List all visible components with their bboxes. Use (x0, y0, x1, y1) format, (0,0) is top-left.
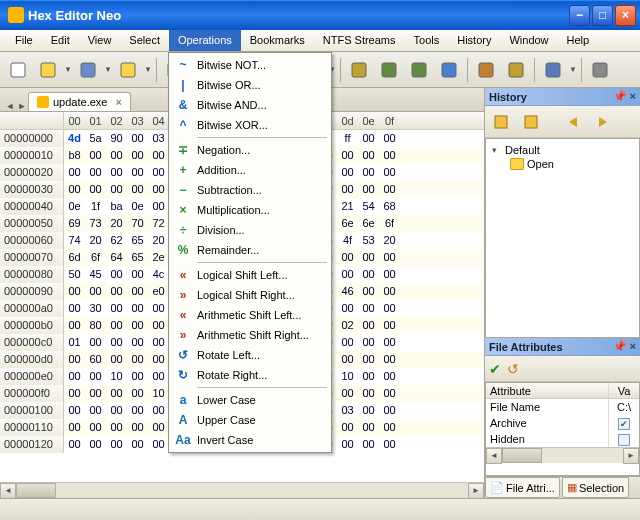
menu-view[interactable]: View (79, 30, 121, 51)
hex-byte[interactable]: 00 (64, 368, 85, 385)
menu-item-subtraction[interactable]: −Subtraction... (171, 180, 329, 200)
encoding-dropdown-arrow[interactable]: ▼ (569, 65, 577, 74)
hex-byte[interactable]: 00 (64, 436, 85, 453)
hex-byte[interactable]: 00 (337, 419, 358, 436)
hex-byte[interactable]: 02 (337, 317, 358, 334)
hex-byte[interactable]: 20 (379, 232, 400, 249)
hex-byte[interactable]: 00 (358, 164, 379, 181)
menu-item-bitwise-xor[interactable]: ^Bitwise XOR... (171, 115, 329, 135)
menu-select[interactable]: Select (120, 30, 169, 51)
hex-byte[interactable]: 00 (358, 402, 379, 419)
hex-byte[interactable]: 00 (64, 300, 85, 317)
revert-icon[interactable]: ↺ (507, 361, 519, 377)
minimize-button[interactable]: − (569, 5, 590, 26)
hex-byte[interactable]: 5a (85, 130, 106, 147)
hex-byte[interactable]: 00 (64, 317, 85, 334)
hex-byte[interactable]: 00 (337, 266, 358, 283)
panel-close-icon[interactable]: × (630, 90, 636, 102)
history-branch-icon[interactable] (517, 108, 545, 136)
hex-byte[interactable]: 00 (127, 266, 148, 283)
hex-byte[interactable]: 00 (358, 249, 379, 266)
hex-byte[interactable]: 4f (337, 232, 358, 249)
hex-byte[interactable]: 00 (379, 334, 400, 351)
menu-item-division[interactable]: ÷Division... (171, 220, 329, 240)
hex-byte[interactable]: 00 (127, 300, 148, 317)
find-prev-button[interactable] (405, 56, 433, 84)
hex-byte[interactable]: 00 (127, 334, 148, 351)
hex-byte[interactable]: 00 (127, 351, 148, 368)
hex-byte[interactable]: 6e (358, 215, 379, 232)
hex-byte[interactable]: 00 (337, 385, 358, 402)
history-redo-icon[interactable] (589, 108, 617, 136)
hex-byte[interactable]: 00 (358, 419, 379, 436)
hex-byte[interactable]: 65 (127, 249, 148, 266)
hex-byte[interactable]: 45 (85, 266, 106, 283)
hex-byte[interactable]: 00 (106, 181, 127, 198)
hex-byte[interactable]: 80 (85, 317, 106, 334)
find-next-button[interactable] (375, 56, 403, 84)
attribute-value[interactable]: ✔ (609, 415, 639, 431)
hex-byte[interactable]: 01 (64, 334, 85, 351)
tree-expand-icon[interactable]: ▾ (492, 145, 502, 155)
hex-byte[interactable]: 10 (106, 368, 127, 385)
attribute-row[interactable]: File NameC:\ (486, 399, 639, 415)
hex-byte[interactable]: 2e (148, 249, 169, 266)
hex-byte[interactable]: 00 (127, 402, 148, 419)
close-button[interactable]: × (615, 5, 636, 26)
hex-byte[interactable]: 00 (64, 283, 85, 300)
attr-scrollbar-horizontal[interactable]: ◄ ► (486, 447, 639, 463)
menu-edit[interactable]: Edit (42, 30, 79, 51)
history-undo-icon[interactable] (559, 108, 587, 136)
hex-byte[interactable]: 00 (127, 368, 148, 385)
hex-byte[interactable]: 00 (379, 402, 400, 419)
hex-byte[interactable]: 62 (106, 232, 127, 249)
save-dropdown-arrow[interactable]: ▼ (104, 65, 112, 74)
hex-byte[interactable]: 68 (379, 198, 400, 215)
menu-ntfs-streams[interactable]: NTFS Streams (314, 30, 405, 51)
hex-byte[interactable]: 00 (127, 419, 148, 436)
hex-byte[interactable]: 00 (106, 402, 127, 419)
hex-byte[interactable]: 4c (148, 266, 169, 283)
menu-help[interactable]: Help (558, 30, 599, 51)
checkbox[interactable] (618, 434, 630, 446)
hex-byte[interactable]: 00 (337, 164, 358, 181)
hex-byte[interactable]: 00 (358, 334, 379, 351)
hex-byte[interactable]: 00 (358, 436, 379, 453)
hex-byte[interactable]: 00 (337, 436, 358, 453)
hex-byte[interactable]: 00 (379, 249, 400, 266)
save-button[interactable] (74, 56, 102, 84)
hex-byte[interactable]: 60 (85, 351, 106, 368)
file-tab[interactable]: update.exe × (28, 92, 131, 111)
hex-byte[interactable]: 00 (106, 317, 127, 334)
hex-byte[interactable]: 74 (64, 232, 85, 249)
hex-byte[interactable]: 00 (85, 147, 106, 164)
menu-item-rotate-right[interactable]: ↻Rotate Right... (171, 365, 329, 385)
settings-button[interactable] (586, 56, 614, 84)
hex-byte[interactable]: 00 (85, 402, 106, 419)
hex-byte[interactable]: 00 (106, 385, 127, 402)
hex-byte[interactable]: 72 (148, 215, 169, 232)
history-root[interactable]: ▾ Default (492, 143, 633, 157)
panel-close-icon[interactable]: × (630, 340, 636, 352)
hex-byte[interactable]: 00 (337, 351, 358, 368)
hex-byte[interactable]: 00 (337, 334, 358, 351)
hex-byte[interactable]: 10 (337, 368, 358, 385)
fill-button[interactable] (502, 56, 530, 84)
new-button[interactable] (4, 56, 32, 84)
hex-byte[interactable]: 20 (85, 232, 106, 249)
scroll-right-button[interactable]: ► (468, 483, 484, 498)
attribute-row[interactable]: Hidden (486, 431, 639, 447)
hex-byte[interactable]: 20 (106, 215, 127, 232)
hex-byte[interactable]: 00 (379, 130, 400, 147)
hex-byte[interactable]: 00 (64, 385, 85, 402)
hex-byte[interactable]: 00 (106, 147, 127, 164)
hex-byte[interactable]: 00 (358, 351, 379, 368)
menu-item-rotate-left[interactable]: ↺Rotate Left... (171, 345, 329, 365)
hex-byte[interactable]: 30 (85, 300, 106, 317)
hex-byte[interactable]: 00 (358, 300, 379, 317)
hex-byte[interactable]: 00 (127, 164, 148, 181)
hex-byte[interactable]: 00 (64, 402, 85, 419)
tab-scroll-left[interactable]: ◄ (4, 101, 16, 111)
menu-bookmarks[interactable]: Bookmarks (241, 30, 314, 51)
hex-byte[interactable]: 00 (64, 181, 85, 198)
